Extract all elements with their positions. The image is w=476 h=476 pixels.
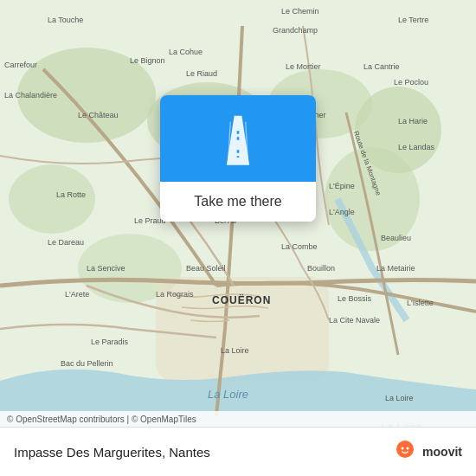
map-label: Carrefour: [4, 61, 37, 69]
map-label: Le Riaud: [186, 69, 217, 78]
map-label: La Rograis: [156, 290, 194, 299]
card-icon-area: [160, 95, 316, 182]
map-label: La Harie: [398, 117, 428, 125]
road-icon: [208, 108, 268, 169]
map-label: La Loire: [385, 394, 414, 402]
svg-point-17: [402, 447, 404, 450]
map-label: Le Château: [78, 111, 119, 119]
map-label: L'Arete: [65, 290, 89, 299]
moovit-text: moovit: [422, 445, 462, 459]
map-label: Bouillon: [307, 264, 335, 273]
map-label: Beau Soleil: [186, 264, 226, 273]
map-label: La Cantrie: [363, 62, 400, 71]
map-label: Le Landas: [398, 143, 434, 151]
take-me-there-button[interactable]: Take me there: [160, 182, 316, 222]
map-label: L'Islette: [407, 299, 434, 307]
map-container: La Loire La Loire La ToucheLe CheminGran…: [0, 0, 476, 476]
moovit-logo: moovit: [391, 438, 462, 466]
attribution-text: © OpenStreetMap contributors | © OpenMap…: [7, 415, 196, 424]
attribution-bar: © OpenStreetMap contributors | © OpenMap…: [0, 411, 476, 428]
map-label: COUËRON: [212, 294, 271, 306]
map-label: La Combe: [281, 242, 318, 251]
map-label: L'Épine: [329, 182, 355, 190]
map-label: Le Tertre: [398, 16, 428, 24]
navigation-card: Take me there: [160, 95, 316, 222]
map-label: Le Bossis: [338, 294, 371, 303]
svg-point-5: [9, 164, 95, 234]
map-label: La Metairie: [376, 264, 415, 273]
svg-text:La Loire: La Loire: [208, 388, 248, 401]
map-label: La Chalandière: [4, 91, 57, 100]
map-label: Beaulieu: [381, 234, 411, 242]
map-label: La Touche: [48, 16, 83, 24]
map-label: Le Mortier: [286, 62, 321, 71]
map-label: Le Chemin: [281, 7, 319, 16]
map-label: Le Paradis: [91, 338, 128, 346]
map-label: La Sencive: [87, 264, 125, 273]
map-label: Le Dareau: [48, 238, 84, 247]
map-label: La Cite Navale: [329, 316, 380, 325]
moovit-logo-icon: [391, 438, 419, 466]
map-label: Le Bignon: [130, 56, 165, 65]
map-label: La Cohue: [169, 48, 203, 56]
map-label: La Loire: [221, 346, 249, 355]
bottom-bar: Impasse Des Marguerites, Nantes moovit: [0, 427, 476, 476]
map-label: La Rotte: [56, 190, 86, 199]
map-label: Bac du Pellerin: [61, 359, 113, 368]
map-label: L'Angle: [329, 208, 355, 216]
location-label: Impasse Des Marguerites, Nantes: [14, 445, 210, 460]
map-label: Grandchamp: [273, 26, 318, 35]
svg-point-18: [407, 447, 409, 450]
map-label: Le Poclou: [394, 78, 428, 87]
